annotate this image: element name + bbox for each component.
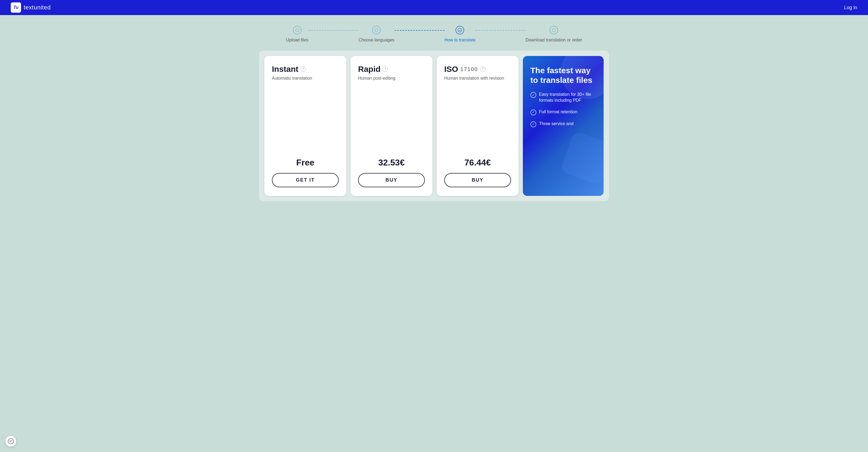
svg-point-0 — [296, 29, 299, 32]
svg-point-4 — [8, 439, 13, 444]
promo-features: Easy translation for 30+ file formats in… — [530, 92, 596, 127]
promo-title: The fastest way to translate files — [530, 66, 596, 85]
logo-icon: Tu — [11, 2, 21, 13]
step-circle-download — [550, 26, 558, 34]
iso-title: ISO — [444, 65, 458, 74]
check-icon-2 — [530, 109, 536, 116]
iso-title-row: ISO 17100 ? — [444, 65, 511, 74]
rapid-price: 32.53€ — [358, 158, 425, 168]
iso-price: 76.44€ — [444, 158, 511, 168]
iso-desc: Human translation with revision — [444, 76, 511, 81]
promo-feature-2: Full format retention — [530, 109, 596, 116]
svg-point-1 — [375, 29, 378, 32]
svg-point-2 — [458, 28, 462, 32]
step-translate: How to translate — [444, 26, 476, 42]
promo-feature-1: Easy translation for 30+ file formats in… — [530, 92, 596, 104]
rapid-help-icon[interactable]: ? — [382, 66, 388, 72]
logo-area: Tu textunited — [11, 2, 51, 13]
iso-buy-button[interactable]: BUY — [444, 173, 511, 187]
promo-feature-3: Three service and — [530, 121, 596, 127]
rapid-title: Rapid — [358, 65, 380, 74]
check-icon-1 — [530, 92, 536, 98]
step-upload: Upload files — [286, 26, 309, 42]
step-label-languages: Choose languages — [358, 38, 394, 42]
instant-card: Instant ? Automatic translation Free GET… — [265, 56, 346, 196]
chat-icon[interactable] — [5, 436, 16, 447]
promo-panel: The fastest way to translate files Easy … — [523, 56, 603, 196]
instant-title-row: Instant ? — [272, 65, 339, 74]
step-circle-translate — [456, 26, 464, 34]
stepper-section: Upload files Choose languages How to tra… — [0, 15, 868, 51]
step-label-download: Download translation or order — [526, 38, 582, 42]
instant-get-it-button[interactable]: GET IT — [272, 173, 339, 187]
step-line-3 — [475, 30, 526, 31]
instant-price: Free — [272, 158, 339, 168]
iso-card: ISO 17100 ? Human translation with revis… — [437, 56, 519, 196]
instant-help-icon[interactable]: ? — [301, 66, 306, 72]
pricing-cards: Instant ? Automatic translation Free GET… — [265, 56, 519, 196]
step-label-upload: Upload files — [286, 38, 309, 42]
step-languages: Choose languages — [358, 26, 394, 42]
step-line-1 — [309, 30, 359, 31]
iso-help-icon[interactable]: ? — [480, 66, 486, 72]
step-label-translate: How to translate — [444, 38, 476, 42]
main-content: Instant ? Automatic translation Free GET… — [0, 51, 868, 212]
logo-text: textunited — [24, 4, 51, 11]
cards-container: Instant ? Automatic translation Free GET… — [259, 51, 609, 201]
iso-subtitle: 17100 — [460, 66, 478, 72]
rapid-title-row: Rapid ? — [358, 65, 425, 74]
login-link[interactable]: Log in — [844, 5, 857, 10]
header: Tu textunited Log in — [0, 0, 868, 15]
rapid-desc: Human post-editing — [358, 76, 425, 81]
instant-title: Instant — [272, 65, 298, 74]
svg-point-3 — [552, 29, 555, 32]
step-circle-languages — [372, 26, 381, 34]
check-icon-3 — [530, 121, 536, 127]
stepper: Upload files Choose languages How to tra… — [286, 26, 582, 42]
rapid-buy-button[interactable]: BUY — [358, 173, 425, 187]
step-line-2 — [395, 30, 444, 31]
step-circle-upload — [293, 26, 302, 34]
step-download: Download translation or order — [526, 26, 582, 42]
instant-desc: Automatic translation — [272, 76, 339, 81]
rapid-card: Rapid ? Human post-editing 32.53€ BUY — [350, 56, 432, 196]
